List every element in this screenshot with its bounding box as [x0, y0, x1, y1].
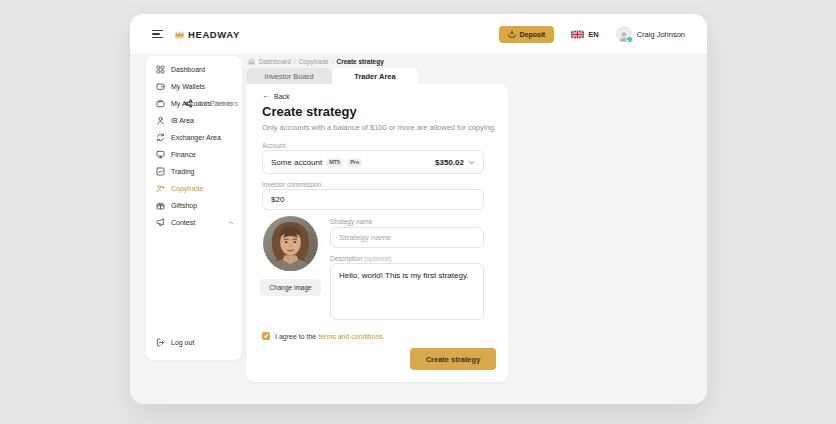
strategy-name-label: Strategy name	[330, 218, 372, 225]
chart-icon	[156, 167, 165, 176]
chevron-down-icon	[468, 159, 475, 166]
copytrade-icon	[156, 184, 165, 193]
platform-badge: MT5	[326, 158, 343, 167]
description-textarea[interactable]: Hello, world! This is my first strategy.	[330, 263, 484, 320]
person-icon	[156, 116, 165, 125]
account-label: Account	[262, 142, 286, 149]
language-label: EN	[588, 30, 598, 39]
menu-icon[interactable]	[152, 30, 163, 39]
account-balance: $350.02	[435, 158, 464, 167]
terms-checkbox[interactable]	[262, 332, 270, 340]
dashboard-grid-icon	[156, 65, 165, 74]
user-menu[interactable]: Craig Johnson	[616, 26, 685, 42]
sidebar-item-label: Exchanger Area	[171, 134, 221, 141]
account-select[interactable]: Some account MT5 Pro $350.02	[262, 150, 484, 174]
avatar	[616, 26, 632, 42]
strategy-avatar	[263, 216, 318, 271]
sidebar-item-label: Giftshop	[171, 202, 197, 209]
sidebar-item-label: Copytrade	[171, 185, 203, 192]
sidebar-item-contest[interactable]: Contest	[146, 214, 242, 231]
description-label: Description (optional)	[330, 255, 391, 262]
wallet-icon	[156, 82, 165, 91]
back-arrow-icon: ←	[262, 92, 270, 100]
logout-icon	[156, 338, 165, 347]
sidebar-item-label: Contest	[171, 219, 195, 226]
area-tabs: Investor Board Trader Area	[246, 68, 418, 84]
logout-button[interactable]: Log out	[146, 334, 242, 351]
home-icon	[248, 58, 255, 65]
sidebar-item-giftshop[interactable]: Giftshop	[146, 197, 242, 214]
breadcrumb-copytrade[interactable]: Copytrade	[299, 58, 329, 65]
monitor-icon	[156, 150, 165, 159]
strategy-name-input[interactable]	[330, 227, 484, 248]
app-window: HEADWAY Deposit EN	[130, 14, 707, 404]
commission-input[interactable]	[262, 189, 484, 210]
tab-investor-board[interactable]: Investor Board	[246, 68, 332, 84]
logout-label: Log out	[171, 339, 194, 346]
tab-trader-area[interactable]: Trader Area	[332, 68, 418, 84]
sidebar-item-label: Trading	[171, 168, 194, 175]
language-switcher[interactable]: EN	[571, 30, 598, 39]
sidebar-item-label: for Partners	[199, 99, 238, 108]
uk-flag-icon	[571, 30, 584, 39]
sidebar-item-dashboard[interactable]: Dashboard	[146, 61, 242, 78]
page-title: Create strategy	[262, 104, 357, 119]
sidebar: Dashboard My Wallets My Accounts IB Area…	[146, 56, 242, 360]
share-icon	[184, 99, 193, 108]
brand-name: HEADWAY	[188, 29, 240, 40]
page-subtitle: Only accounts with a balance of $100 or …	[262, 123, 496, 132]
sidebar-item-finance[interactable]: Finance	[146, 146, 242, 163]
breadcrumb: Dashboard / Copytrade / Create strategy	[248, 58, 384, 65]
terms-agreement-row: I agree to the terms and conditions.	[262, 332, 385, 340]
sidebar-item-trading[interactable]: Trading	[146, 163, 242, 180]
sidebar-item-label: Finance	[171, 151, 196, 158]
deposit-button[interactable]: Deposit	[499, 26, 555, 43]
exchange-arrows-icon	[156, 133, 165, 142]
commission-label: Investor commission	[262, 181, 321, 188]
sidebar-item-copytrade[interactable]: Copytrade	[146, 180, 242, 197]
back-button[interactable]: ← Back	[262, 92, 290, 100]
app-header: HEADWAY Deposit EN	[130, 14, 707, 54]
breadcrumb-current: Create strategy	[336, 58, 383, 65]
create-strategy-button[interactable]: Create strategy	[410, 348, 496, 370]
user-name: Craig Johnson	[637, 30, 685, 39]
sidebar-item-ib-area[interactable]: IB Area	[146, 112, 242, 129]
header-actions: Deposit EN Craig Johnson	[499, 26, 685, 43]
create-strategy-card: ← Back Create strategy Only accounts wit…	[246, 84, 508, 382]
breadcrumb-separator: /	[332, 58, 334, 65]
terms-link[interactable]: terms and conditions.	[318, 333, 385, 340]
sidebar-item-for-partners[interactable]: for Partners	[162, 95, 246, 112]
megaphone-icon	[156, 218, 165, 227]
sidebar-item-label: Dashboard	[171, 66, 205, 73]
deposit-icon	[508, 30, 516, 38]
sidebar-item-exchanger-area[interactable]: Exchanger Area	[146, 129, 242, 146]
back-label: Back	[274, 93, 290, 100]
sidebar-item-label: IB Area	[171, 117, 194, 124]
change-image-button[interactable]: Change image	[260, 279, 321, 296]
account-type-badge: Pro	[347, 158, 362, 167]
crown-logo-icon	[174, 29, 185, 39]
gift-icon	[156, 201, 165, 210]
account-name: Some account	[271, 158, 322, 167]
sidebar-item-label: My Wallets	[171, 83, 205, 90]
chevron-up-icon	[228, 220, 234, 226]
brand-logo[interactable]: HEADWAY	[174, 29, 240, 40]
breadcrumb-separator: /	[294, 58, 296, 65]
agreement-text: I agree to the terms and conditions.	[275, 333, 385, 340]
sidebar-item-my-wallets[interactable]: My Wallets	[146, 78, 242, 95]
breadcrumb-dashboard[interactable]: Dashboard	[259, 58, 291, 65]
online-badge-icon	[626, 36, 633, 43]
deposit-label: Deposit	[520, 31, 546, 38]
